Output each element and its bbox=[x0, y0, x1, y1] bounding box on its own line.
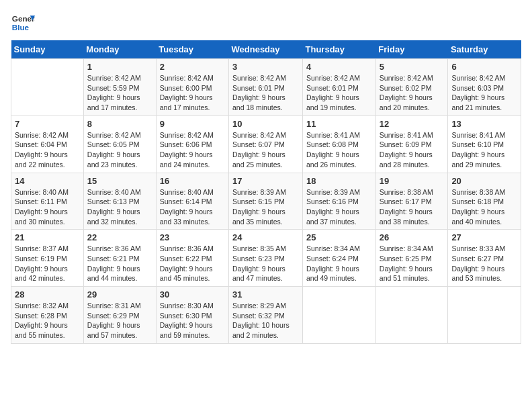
day-info: Sunrise: 8:33 AM Sunset: 6:27 PM Dayligh… bbox=[451, 244, 517, 283]
logo-icon: General Blue bbox=[11, 11, 35, 35]
calendar-cell: 22Sunrise: 8:36 AM Sunset: 6:21 PM Dayli… bbox=[83, 230, 156, 287]
calendar-cell: 11Sunrise: 8:41 AM Sunset: 6:08 PM Dayli… bbox=[303, 116, 376, 173]
day-number: 10 bbox=[232, 119, 299, 129]
day-info: Sunrise: 8:42 AM Sunset: 6:05 PM Dayligh… bbox=[87, 130, 152, 170]
day-number: 19 bbox=[380, 176, 445, 186]
page-header: General Blue bbox=[11, 11, 521, 35]
day-number: 24 bbox=[232, 232, 299, 242]
day-info: Sunrise: 8:35 AM Sunset: 6:23 PM Dayligh… bbox=[232, 244, 299, 283]
weekday-header: Thursday bbox=[303, 40, 376, 59]
calendar-cell: 15Sunrise: 8:40 AM Sunset: 6:13 PM Dayli… bbox=[83, 173, 156, 230]
weekday-header: Wednesday bbox=[229, 40, 303, 59]
calendar-cell: 21Sunrise: 8:37 AM Sunset: 6:19 PM Dayli… bbox=[11, 230, 84, 287]
day-number: 2 bbox=[160, 62, 225, 72]
day-number: 8 bbox=[87, 119, 152, 129]
calendar-cell: 10Sunrise: 8:42 AM Sunset: 6:07 PM Dayli… bbox=[229, 116, 303, 173]
day-info: Sunrise: 8:42 AM Sunset: 6:01 PM Dayligh… bbox=[232, 73, 299, 113]
day-info: Sunrise: 8:42 AM Sunset: 6:01 PM Dayligh… bbox=[306, 73, 372, 113]
day-number: 28 bbox=[15, 289, 80, 300]
weekday-header: Saturday bbox=[448, 40, 521, 59]
weekday-header: Sunday bbox=[11, 40, 84, 59]
calendar-cell: 1Sunrise: 8:42 AM Sunset: 5:59 PM Daylig… bbox=[83, 59, 156, 116]
day-number: 7 bbox=[15, 119, 80, 129]
calendar-cell: 27Sunrise: 8:33 AM Sunset: 6:27 PM Dayli… bbox=[448, 230, 521, 287]
weekday-header: Monday bbox=[83, 40, 156, 59]
calendar-cell: 25Sunrise: 8:34 AM Sunset: 6:24 PM Dayli… bbox=[303, 230, 376, 287]
day-info: Sunrise: 8:32 AM Sunset: 6:28 PM Dayligh… bbox=[15, 301, 80, 340]
calendar-cell: 23Sunrise: 8:36 AM Sunset: 6:22 PM Dayli… bbox=[156, 230, 228, 287]
day-info: Sunrise: 8:34 AM Sunset: 6:25 PM Dayligh… bbox=[380, 244, 445, 283]
svg-text:Blue: Blue bbox=[12, 23, 30, 32]
calendar-cell: 9Sunrise: 8:42 AM Sunset: 6:06 PM Daylig… bbox=[156, 116, 228, 173]
calendar-cell: 7Sunrise: 8:42 AM Sunset: 6:04 PM Daylig… bbox=[11, 116, 84, 173]
day-info: Sunrise: 8:37 AM Sunset: 6:19 PM Dayligh… bbox=[15, 244, 80, 283]
calendar-row: 14Sunrise: 8:40 AM Sunset: 6:11 PM Dayli… bbox=[11, 173, 521, 230]
calendar-cell bbox=[448, 287, 521, 344]
day-number: 27 bbox=[451, 232, 517, 242]
day-info: Sunrise: 8:41 AM Sunset: 6:10 PM Dayligh… bbox=[451, 130, 517, 170]
day-info: Sunrise: 8:29 AM Sunset: 6:32 PM Dayligh… bbox=[232, 301, 299, 340]
day-number: 6 bbox=[451, 62, 517, 72]
calendar-cell: 18Sunrise: 8:39 AM Sunset: 6:16 PM Dayli… bbox=[303, 173, 376, 230]
day-info: Sunrise: 8:38 AM Sunset: 6:18 PM Dayligh… bbox=[451, 187, 517, 227]
calendar-cell: 3Sunrise: 8:42 AM Sunset: 6:01 PM Daylig… bbox=[229, 59, 303, 116]
calendar-cell: 6Sunrise: 8:42 AM Sunset: 6:03 PM Daylig… bbox=[448, 59, 521, 116]
day-number: 23 bbox=[160, 232, 225, 242]
day-info: Sunrise: 8:34 AM Sunset: 6:24 PM Dayligh… bbox=[306, 244, 372, 283]
day-info: Sunrise: 8:31 AM Sunset: 6:29 PM Dayligh… bbox=[87, 301, 152, 340]
calendar-cell: 29Sunrise: 8:31 AM Sunset: 6:29 PM Dayli… bbox=[83, 287, 156, 344]
day-info: Sunrise: 8:42 AM Sunset: 6:07 PM Dayligh… bbox=[232, 130, 299, 170]
day-number: 29 bbox=[87, 289, 152, 300]
day-info: Sunrise: 8:38 AM Sunset: 6:17 PM Dayligh… bbox=[380, 187, 445, 227]
day-number: 13 bbox=[451, 119, 517, 129]
calendar-cell: 5Sunrise: 8:42 AM Sunset: 6:02 PM Daylig… bbox=[375, 59, 448, 116]
calendar-cell: 16Sunrise: 8:40 AM Sunset: 6:14 PM Dayli… bbox=[156, 173, 228, 230]
day-number: 3 bbox=[232, 62, 299, 72]
day-info: Sunrise: 8:42 AM Sunset: 5:59 PM Dayligh… bbox=[87, 73, 152, 113]
day-number: 9 bbox=[160, 119, 225, 129]
calendar-row: 7Sunrise: 8:42 AM Sunset: 6:04 PM Daylig… bbox=[11, 116, 521, 173]
day-info: Sunrise: 8:42 AM Sunset: 6:03 PM Dayligh… bbox=[451, 73, 517, 113]
day-info: Sunrise: 8:41 AM Sunset: 6:09 PM Dayligh… bbox=[380, 130, 445, 170]
calendar-cell: 13Sunrise: 8:41 AM Sunset: 6:10 PM Dayli… bbox=[448, 116, 521, 173]
calendar-cell: 17Sunrise: 8:39 AM Sunset: 6:15 PM Dayli… bbox=[229, 173, 303, 230]
day-info: Sunrise: 8:42 AM Sunset: 6:06 PM Dayligh… bbox=[160, 130, 225, 170]
calendar-cell: 14Sunrise: 8:40 AM Sunset: 6:11 PM Dayli… bbox=[11, 173, 84, 230]
day-number: 30 bbox=[160, 289, 225, 300]
day-number: 25 bbox=[306, 232, 372, 242]
day-info: Sunrise: 8:42 AM Sunset: 6:00 PM Dayligh… bbox=[160, 73, 225, 113]
day-number: 21 bbox=[15, 232, 80, 242]
day-number: 22 bbox=[87, 232, 152, 242]
day-info: Sunrise: 8:40 AM Sunset: 6:11 PM Dayligh… bbox=[15, 187, 80, 227]
day-number: 16 bbox=[160, 176, 225, 186]
calendar-row: 21Sunrise: 8:37 AM Sunset: 6:19 PM Dayli… bbox=[11, 230, 521, 287]
logo: General Blue bbox=[11, 11, 35, 35]
calendar-cell bbox=[303, 287, 376, 344]
calendar-cell: 28Sunrise: 8:32 AM Sunset: 6:28 PM Dayli… bbox=[11, 287, 84, 344]
day-number: 4 bbox=[306, 62, 372, 72]
calendar-cell: 30Sunrise: 8:30 AM Sunset: 6:30 PM Dayli… bbox=[156, 287, 228, 344]
weekday-header: Tuesday bbox=[156, 40, 228, 59]
calendar-cell: 26Sunrise: 8:34 AM Sunset: 6:25 PM Dayli… bbox=[375, 230, 448, 287]
calendar-cell: 24Sunrise: 8:35 AM Sunset: 6:23 PM Dayli… bbox=[229, 230, 303, 287]
day-info: Sunrise: 8:36 AM Sunset: 6:21 PM Dayligh… bbox=[87, 244, 152, 283]
calendar-cell: 19Sunrise: 8:38 AM Sunset: 6:17 PM Dayli… bbox=[375, 173, 448, 230]
day-info: Sunrise: 8:41 AM Sunset: 6:08 PM Dayligh… bbox=[306, 130, 372, 170]
day-info: Sunrise: 8:40 AM Sunset: 6:14 PM Dayligh… bbox=[160, 187, 225, 227]
day-info: Sunrise: 8:42 AM Sunset: 6:04 PM Dayligh… bbox=[15, 130, 80, 170]
weekday-header: Friday bbox=[375, 40, 448, 59]
day-info: Sunrise: 8:39 AM Sunset: 6:16 PM Dayligh… bbox=[306, 187, 372, 227]
calendar-cell: 31Sunrise: 8:29 AM Sunset: 6:32 PM Dayli… bbox=[229, 287, 303, 344]
calendar-cell: 4Sunrise: 8:42 AM Sunset: 6:01 PM Daylig… bbox=[303, 59, 376, 116]
day-info: Sunrise: 8:30 AM Sunset: 6:30 PM Dayligh… bbox=[160, 301, 225, 340]
day-number: 12 bbox=[380, 119, 445, 129]
day-number: 18 bbox=[306, 176, 372, 186]
day-info: Sunrise: 8:40 AM Sunset: 6:13 PM Dayligh… bbox=[87, 187, 152, 227]
day-number: 17 bbox=[232, 176, 299, 186]
day-number: 14 bbox=[15, 176, 80, 186]
day-info: Sunrise: 8:36 AM Sunset: 6:22 PM Dayligh… bbox=[160, 244, 225, 283]
day-info: Sunrise: 8:42 AM Sunset: 6:02 PM Dayligh… bbox=[380, 73, 445, 113]
calendar-cell: 8Sunrise: 8:42 AM Sunset: 6:05 PM Daylig… bbox=[83, 116, 156, 173]
day-number: 15 bbox=[87, 176, 152, 186]
day-number: 11 bbox=[306, 119, 372, 129]
